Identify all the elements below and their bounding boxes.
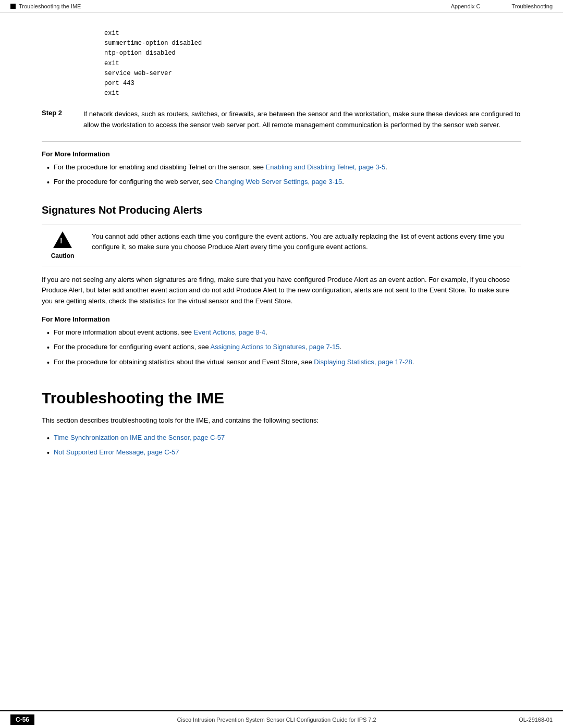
link-displaying-statistics[interactable]: Displaying Statistics, page 17-28 [314, 358, 412, 366]
caution-box: Caution You cannot add other actions eac… [42, 225, 521, 266]
code-line-2: summertime-option disabled [104, 39, 521, 48]
for-more-info-1: For More Information For the procedure f… [42, 150, 521, 189]
for-more-info-2-list: For more information about event actions… [42, 327, 521, 368]
ime-heading: Troubleshooting the IME [42, 389, 521, 407]
header-appendix: Appendix C [451, 3, 481, 9]
footer: C-56 Cisco Intrusion Prevention System S… [0, 710, 563, 728]
main-content: exit summertime-option disabled ntp-opti… [0, 13, 563, 504]
caution-text: You cannot add other actions each time y… [92, 231, 521, 253]
bullet-1-before: For the procedure for enabling and disab… [54, 163, 266, 171]
for-more-info-2: For More Information For more informatio… [42, 315, 521, 368]
divider-1 [42, 141, 521, 142]
link-not-supported-error[interactable]: Not Supported Error Message, page C-57 [54, 447, 179, 458]
bullet-2-before: For the procedure for configuring the we… [54, 178, 215, 186]
ime-list-item-1: Time Synchronization on IME and the Sens… [47, 433, 521, 444]
link-event-actions[interactable]: Event Actions, page 8-4 [194, 328, 265, 336]
bullet-4-before: For the procedure for configuring event … [54, 343, 211, 351]
code-line-4: exit [104, 59, 521, 69]
ime-intro: This section describes troubleshooting t… [42, 415, 521, 426]
code-line-3: ntp-option disabled [104, 48, 521, 58]
bullet-4-text: For the procedure for configuring event … [54, 342, 341, 353]
code-line-7: exit [104, 89, 521, 98]
footer-center-text: Cisco Intrusion Prevention System Sensor… [45, 717, 508, 723]
bullet-1-text: For the procedure for enabling and disab… [54, 162, 387, 173]
code-line-6: port 443 [104, 79, 521, 89]
ime-bullets: Time Synchronization on IME and the Sens… [42, 433, 521, 459]
bullet-1-after: . [385, 163, 387, 171]
link-webserver[interactable]: Changing Web Server Settings, page 3-15 [215, 178, 342, 186]
bullet-5-before: For the procedure for obtaining statisti… [54, 358, 314, 366]
code-line-5: service web-server [104, 69, 521, 79]
list-item-5: For the procedure for obtaining statisti… [47, 357, 521, 368]
signatures-body-para: If you are not seeing any alerts when si… [42, 275, 521, 307]
footer-page-number: C-56 [10, 714, 34, 725]
bullet-5-after: . [412, 358, 414, 366]
caution-triangle-icon [53, 231, 72, 248]
footer-right-text: OL-29168-01 [519, 717, 553, 723]
code-line-1: exit [104, 29, 521, 39]
bullet-3-after: . [265, 328, 267, 336]
for-more-info-2-title: For More Information [42, 315, 521, 323]
caution-icon-area: Caution [42, 231, 83, 260]
link-telnet[interactable]: Enabling and Disabling Telnet, page 3-5 [266, 163, 386, 171]
list-item-2: For the procedure for configuring the we… [47, 177, 521, 188]
link-assigning-actions[interactable]: Assigning Actions to Signatures, page 7-… [211, 343, 340, 351]
for-more-info-1-title: For More Information [42, 150, 521, 158]
list-item-1: For the procedure for enabling and disab… [47, 162, 521, 174]
header-bar: Troubleshooting the IME Appendix C Troub… [0, 0, 563, 13]
bullet-4-after: . [339, 343, 341, 351]
step-2-container: Step 2 If network devices, such as route… [42, 109, 521, 131]
signatures-heading: Signatures Not Producing Alerts [42, 204, 521, 216]
header-section: Troubleshooting [512, 3, 553, 9]
step-2-content: If network devices, such as routers, swi… [83, 109, 521, 131]
bullet-3-text: For more information about event actions… [54, 327, 267, 338]
bullet-2-after: . [342, 178, 344, 186]
code-block: exit summertime-option disabled ntp-opti… [104, 29, 521, 98]
bullet-5-text: For the procedure for obtaining statisti… [54, 357, 414, 368]
bullet-3-before: For more information about event actions… [54, 328, 194, 336]
link-time-sync[interactable]: Time Synchronization on IME and the Sens… [54, 433, 225, 443]
list-item-3: For more information about event actions… [47, 327, 521, 339]
list-item-4: For the procedure for configuring event … [47, 342, 521, 353]
header-icon [10, 4, 16, 9]
header-left: Troubleshooting the IME [10, 3, 81, 9]
bullet-2-text: For the procedure for configuring the we… [54, 177, 344, 188]
header-right: Appendix C Troubleshooting [451, 3, 553, 9]
header-breadcrumb: Troubleshooting the IME [19, 3, 81, 9]
for-more-info-1-list: For the procedure for enabling and disab… [42, 162, 521, 189]
ime-list-item-2: Not Supported Error Message, page C-57 [47, 447, 521, 459]
step-2-label: Step 2 [42, 109, 83, 131]
caution-label: Caution [51, 252, 75, 260]
